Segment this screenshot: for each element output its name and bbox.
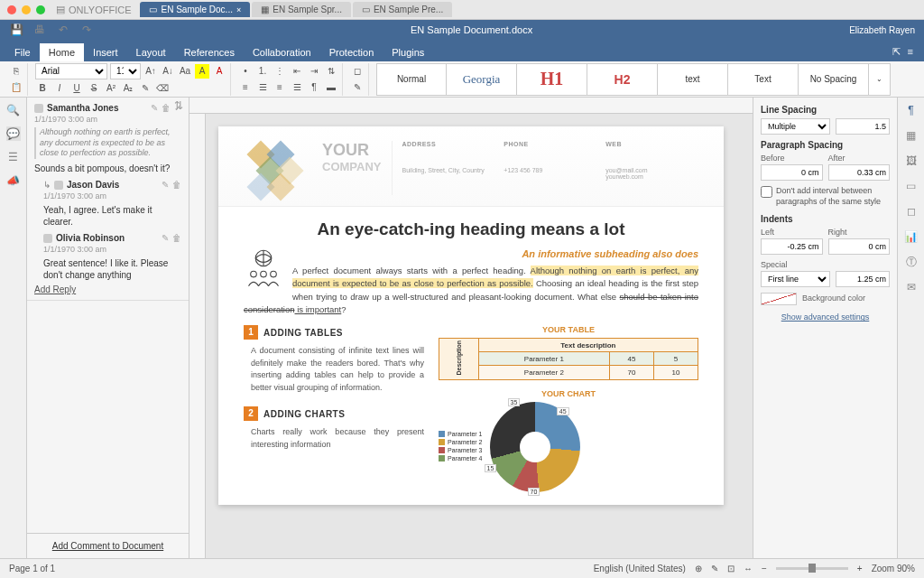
zoom-level[interactable]: Zoom 90% bbox=[872, 564, 915, 573]
font-family-select[interactable]: Arial bbox=[35, 63, 107, 79]
page[interactable]: YOUR COMPANY ADDRESS PHONE WEB Building,… bbox=[218, 126, 724, 505]
headings-icon[interactable]: ☰ bbox=[6, 150, 21, 164]
redo-icon[interactable]: ↷ bbox=[79, 23, 94, 37]
change-case-icon[interactable]: Aa bbox=[178, 64, 192, 79]
edit-icon[interactable]: ✎ bbox=[162, 233, 169, 243]
decrease-font-icon[interactable]: A↓ bbox=[161, 64, 175, 79]
menu-references[interactable]: References bbox=[175, 43, 244, 61]
delete-icon[interactable]: 🗑 bbox=[172, 180, 181, 190]
line-spacing-mode[interactable]: Multiple bbox=[761, 118, 830, 135]
document-table[interactable]: DescriptionText description Parameter 14… bbox=[439, 338, 698, 380]
section-body[interactable]: A document consisting of infinite text l… bbox=[251, 345, 424, 394]
style-h2[interactable]: H2 bbox=[587, 63, 658, 96]
delete-icon[interactable]: 🗑 bbox=[162, 103, 171, 113]
align-left-icon[interactable]: ≡ bbox=[238, 80, 253, 95]
increase-indent-icon[interactable]: ⇥ bbox=[307, 64, 321, 79]
language-selector[interactable]: English (United States) bbox=[594, 564, 686, 573]
header-footer-icon[interactable]: ▭ bbox=[904, 179, 919, 193]
minimize-window[interactable] bbox=[22, 5, 31, 14]
style-normal[interactable]: Normal bbox=[376, 63, 447, 96]
document-paragraph[interactable]: A perfect document always starts with a … bbox=[244, 265, 698, 316]
paste-icon[interactable]: 📋 bbox=[9, 80, 23, 95]
subscript-icon[interactable]: A₂ bbox=[121, 81, 135, 96]
close-icon[interactable]: × bbox=[236, 5, 241, 14]
advanced-settings-link[interactable]: Show advanced settings bbox=[761, 312, 890, 322]
multilevel-icon[interactable]: ⋮ bbox=[273, 64, 287, 79]
document-subheading[interactable]: An informative subheading also does bbox=[244, 248, 698, 259]
line-spacing-icon[interactable]: ⇅ bbox=[324, 64, 338, 79]
increase-font-icon[interactable]: A↑ bbox=[143, 64, 158, 79]
search-icon[interactable]: 🔍 bbox=[6, 103, 21, 117]
zoom-in-icon[interactable]: + bbox=[857, 564, 863, 573]
ruler-vertical[interactable] bbox=[189, 114, 206, 558]
fit-page-icon[interactable]: ⊡ bbox=[727, 564, 735, 573]
spellcheck-icon[interactable]: ⊕ bbox=[695, 564, 702, 573]
textart-settings-icon[interactable]: Ⓣ bbox=[904, 255, 919, 269]
font-size-select[interactable]: 11 bbox=[110, 63, 141, 79]
highlight-icon[interactable]: A bbox=[195, 64, 209, 79]
close-window[interactable] bbox=[7, 5, 16, 14]
chart-settings-icon[interactable]: 📊 bbox=[904, 229, 919, 244]
open-location-icon[interactable]: ⇱ bbox=[892, 46, 901, 58]
nonprinting-icon[interactable]: ¶ bbox=[307, 80, 321, 95]
superscript-icon[interactable]: A² bbox=[104, 81, 118, 96]
mailmerge-icon[interactable]: ✉ bbox=[904, 280, 919, 294]
add-reply-link[interactable]: Add Reply bbox=[34, 284, 181, 294]
style-text2[interactable]: Text bbox=[728, 63, 799, 96]
sort-icon[interactable]: ⇅ bbox=[174, 99, 183, 112]
chart[interactable]: Parameter 1 Parameter 2 Parameter 3 Para… bbox=[439, 402, 698, 492]
ruler-horizontal[interactable] bbox=[189, 98, 753, 114]
comments-icon[interactable]: 💬 bbox=[6, 126, 21, 141]
highlight-color-icon[interactable]: ✎ bbox=[138, 81, 152, 96]
edit-icon[interactable]: ✎ bbox=[162, 180, 169, 190]
zoom-out-icon[interactable]: − bbox=[762, 564, 767, 573]
image-settings-icon[interactable]: 🖼 bbox=[904, 154, 919, 168]
page-number[interactable]: Page 1 of 1 bbox=[9, 564, 55, 573]
strike-icon[interactable]: S bbox=[87, 81, 101, 96]
copy-icon[interactable]: ⎘ bbox=[9, 64, 23, 79]
menu-file[interactable]: File bbox=[5, 43, 40, 61]
menu-home[interactable]: Home bbox=[40, 43, 84, 61]
tab-presentation[interactable]: ▭ EN Sample Pre... bbox=[353, 2, 452, 17]
delete-icon[interactable]: 🗑 bbox=[172, 233, 181, 243]
style-georgia[interactable]: Georgia bbox=[447, 63, 517, 96]
user-name[interactable]: Elizabeth Rayen bbox=[849, 25, 915, 35]
dont-add-interval-checkbox[interactable] bbox=[761, 186, 772, 198]
undo-icon[interactable]: ↶ bbox=[56, 23, 70, 37]
track-changes-icon[interactable]: ✎ bbox=[711, 564, 718, 573]
special-indent-mode[interactable]: First line bbox=[761, 271, 830, 287]
style-nospacing[interactable]: No Spacing bbox=[799, 63, 869, 96]
menu-protection[interactable]: Protection bbox=[320, 43, 383, 61]
menu-insert[interactable]: Insert bbox=[84, 43, 127, 61]
shading-icon[interactable]: ▬ bbox=[324, 80, 338, 95]
align-center-icon[interactable]: ☰ bbox=[255, 80, 270, 95]
menu-collaboration[interactable]: Collaboration bbox=[244, 43, 320, 61]
decrease-indent-icon[interactable]: ⇤ bbox=[290, 64, 304, 79]
spacing-before-input[interactable] bbox=[761, 164, 823, 181]
document-heading[interactable]: An eye-catch-ing heading means a lot bbox=[244, 219, 698, 239]
zoom-slider[interactable] bbox=[776, 567, 848, 570]
numbering-icon[interactable]: 1. bbox=[255, 64, 270, 79]
background-color-swatch[interactable] bbox=[761, 293, 797, 305]
tab-document[interactable]: ▭ EN Sample Doc... × bbox=[140, 2, 250, 17]
shape-settings-icon[interactable]: ◻ bbox=[904, 204, 919, 219]
clear-style-icon[interactable]: ⌫ bbox=[155, 81, 170, 96]
table-settings-icon[interactable]: ▦ bbox=[904, 128, 919, 143]
add-comment-button[interactable]: Add Comment to Document bbox=[27, 533, 189, 558]
style-h1[interactable]: H1 bbox=[517, 63, 587, 96]
align-justify-icon[interactable]: ☰ bbox=[290, 80, 304, 95]
align-right-icon[interactable]: ≡ bbox=[273, 80, 287, 95]
edit-icon[interactable]: ✎ bbox=[151, 103, 158, 113]
spacing-after-input[interactable] bbox=[828, 164, 891, 181]
insert-shape-icon[interactable]: ◻ bbox=[350, 64, 365, 79]
print-icon[interactable]: 🖶 bbox=[32, 23, 47, 37]
fit-width-icon[interactable]: ↔ bbox=[744, 564, 753, 573]
feedback-icon[interactable]: 📣 bbox=[6, 173, 21, 188]
style-more-icon[interactable]: ⌄ bbox=[869, 63, 891, 96]
save-icon[interactable]: 💾 bbox=[9, 23, 23, 37]
tab-spreadsheet[interactable]: ▦ EN Sample Spr... bbox=[252, 2, 351, 17]
paragraph-settings-icon[interactable]: ¶ bbox=[904, 103, 919, 117]
font-color-icon[interactable]: A bbox=[212, 64, 226, 79]
special-indent-value[interactable] bbox=[836, 271, 890, 287]
indent-right-input[interactable] bbox=[828, 238, 891, 255]
